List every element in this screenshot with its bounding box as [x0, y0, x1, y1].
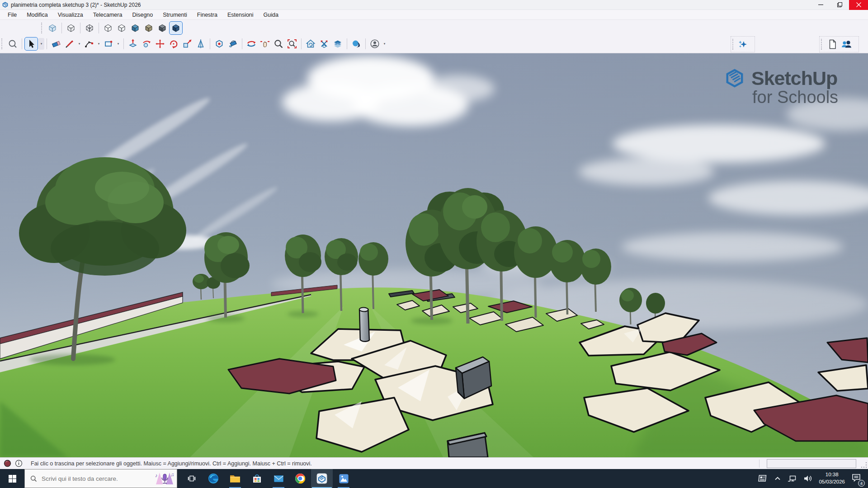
toolbar-grip[interactable] [41, 23, 43, 33]
watermark-title: SketchUp [751, 67, 837, 89]
start-button[interactable] [0, 469, 24, 488]
push-pull-tool-button[interactable] [126, 37, 140, 51]
style-wireframe-button[interactable] [83, 21, 96, 35]
menu-estensioni[interactable]: Estensioni [222, 10, 259, 20]
style-monochrome-button[interactable] [156, 21, 169, 35]
search-icon [30, 475, 37, 482]
taskbar-app-photos[interactable] [333, 469, 354, 488]
info-icon[interactable] [15, 460, 23, 467]
account-dropdown[interactable]: ▾ [382, 38, 387, 50]
menu-modifica[interactable]: Modifica [22, 10, 53, 20]
viewport-3d[interactable]: SketchUp for Schools [0, 53, 868, 457]
geolocation-status-icon[interactable] [4, 460, 11, 467]
zoom-extents-tool-button[interactable] [285, 37, 299, 51]
home-view-button[interactable] [304, 37, 317, 51]
maximize-button[interactable] [830, 0, 849, 10]
menu-file[interactable]: File [3, 10, 22, 20]
style-xray-button[interactable] [46, 21, 59, 35]
sketchup-logo-icon [2, 1, 9, 8]
rectangle-tool-button[interactable] [102, 37, 115, 51]
style-hidden-line-button[interactable] [101, 21, 115, 35]
title-bar: planimetria completa sketchup 3 (2)* - S… [0, 0, 868, 10]
resize-grip[interactable] [861, 462, 867, 468]
scene-render [0, 53, 868, 457]
select-tool-button[interactable] [24, 37, 38, 51]
search-highlight-mic-art[interactable]: ♪ ♫ [154, 472, 175, 485]
collaborate-people-button[interactable] [839, 38, 854, 51]
taskbar: ♪ ♫ [0, 469, 868, 488]
style-shaded-button[interactable] [128, 21, 142, 35]
status-message: Fai clic o trascina per selezionare gli … [31, 460, 312, 467]
arc-tool-dropdown[interactable]: ▾ [96, 38, 102, 50]
close-button[interactable] [849, 0, 868, 10]
taskbar-app-sketchup[interactable] [311, 469, 333, 488]
styles-toolbar [40, 21, 183, 35]
line-tool-dropdown[interactable]: ▾ [76, 38, 82, 50]
menu-disegno[interactable]: Disegno [127, 10, 158, 20]
clock-date: 05/03/2026 [819, 479, 845, 486]
taskbar-search[interactable]: ♪ ♫ [24, 469, 177, 488]
style-current-button[interactable] [169, 21, 183, 35]
search-input[interactable] [42, 475, 154, 482]
line-tool-button[interactable] [63, 37, 76, 51]
notification-center-button[interactable]: 4 [851, 472, 862, 485]
rectangle-tool-dropdown[interactable]: ▾ [115, 38, 121, 50]
clock-time: 10:38 [819, 471, 845, 479]
chevron-up-icon[interactable] [774, 475, 781, 482]
taskbar-app-mail[interactable] [268, 469, 289, 488]
svg-text:♪: ♪ [155, 473, 158, 478]
position-camera-button[interactable] [317, 37, 331, 51]
system-tray: 10:38 05/03/2026 4 [757, 469, 868, 488]
style-hidden-line-shaded-button[interactable] [115, 21, 128, 35]
speaker-icon[interactable] [803, 474, 813, 483]
toolbar-grip[interactable] [821, 39, 823, 50]
taskbar-app-store[interactable] [246, 469, 268, 488]
watermark-subtitle: for Schools [752, 88, 858, 107]
move-tool-button[interactable] [153, 37, 167, 51]
svg-text:♫: ♫ [170, 472, 174, 477]
collab-toolbar [819, 36, 859, 52]
taskbar-app-file-explorer[interactable] [224, 469, 246, 488]
menu-visualizza[interactable]: Visualizza [53, 10, 88, 20]
sketchup-watermark-logo-icon [722, 66, 747, 90]
geolocation-tool-button[interactable] [349, 37, 363, 51]
orbit-tool-button[interactable] [245, 37, 258, 51]
account-button[interactable] [368, 37, 382, 51]
pan-tool-button[interactable] [258, 37, 272, 51]
taskbar-clock[interactable]: 10:38 05/03/2026 [819, 471, 845, 485]
arc-tool-button[interactable] [82, 37, 96, 51]
menu-telecamera[interactable]: Telecamera [88, 10, 127, 20]
minimize-button[interactable] [811, 0, 830, 10]
taskbar-app-chrome[interactable] [289, 469, 311, 488]
style-back-edges-button[interactable] [64, 21, 78, 35]
paint-bucket-tool-button[interactable] [226, 37, 240, 51]
tools-toolbar: ▾ ▾ ▾ ▾ [0, 37, 387, 51]
menu-guida[interactable]: Guida [259, 10, 283, 20]
section-planes-button[interactable] [331, 37, 344, 51]
task-view-button[interactable] [181, 469, 203, 488]
search-tool-button[interactable] [6, 37, 19, 51]
toolbar-grip[interactable] [1, 38, 4, 49]
follow-me-tool-button[interactable] [140, 37, 153, 51]
rotate-tool-button[interactable] [167, 37, 180, 51]
toolbar-grip[interactable] [732, 39, 735, 50]
ai-sparkle-button[interactable] [737, 38, 749, 51]
style-shaded-textures-button[interactable] [142, 21, 156, 35]
zoom-tool-button[interactable] [272, 37, 285, 51]
taskbar-app-edge[interactable] [203, 469, 224, 488]
measurements-input[interactable] [767, 459, 856, 468]
new-document-button[interactable] [826, 38, 839, 51]
axes-tool-button[interactable] [194, 37, 208, 51]
select-tool-dropdown[interactable]: ▾ [38, 38, 44, 50]
network-icon[interactable] [787, 474, 797, 483]
notification-badge: 4 [858, 480, 865, 487]
offset-tool-button[interactable] [212, 37, 226, 51]
sketchup-window: planimetria completa sketchup 3 (2)* - S… [0, 0, 868, 488]
news-widget-icon[interactable] [757, 473, 768, 484]
pillar [358, 307, 370, 342]
menu-strumenti[interactable]: Strumenti [158, 10, 192, 20]
menu-finestra[interactable]: Finestra [192, 10, 222, 20]
eraser-tool-button[interactable] [49, 37, 63, 51]
scale-tool-button[interactable] [180, 37, 194, 51]
status-bar: Fai clic o trascina per selezionare gli … [0, 457, 868, 469]
